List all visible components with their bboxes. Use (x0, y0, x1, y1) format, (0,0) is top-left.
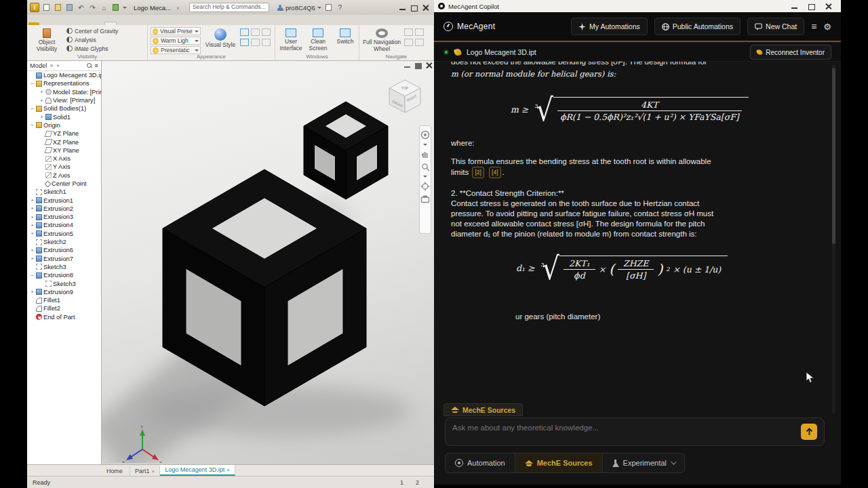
reconnect-inventor-button[interactable]: Reconnect Inventor (750, 45, 831, 60)
tree-expand-toggle[interactable]: + (30, 197, 35, 203)
minimize-button[interactable] (791, 3, 797, 9)
tree-item[interactable]: + Extrusion2 (27, 205, 101, 213)
tree-item[interactable]: + Extrusion3 (27, 213, 101, 221)
help-icon[interactable]: ? (336, 3, 344, 12)
maximize-button[interactable] (411, 5, 417, 11)
appearance-dropdown[interactable]: Visual Presets (151, 27, 201, 35)
tree-item[interactable]: Z Axis (27, 171, 101, 180)
material-button[interactable] (111, 3, 120, 12)
browser-tab-model[interactable]: Model (30, 62, 47, 69)
look-at-icon[interactable] (420, 195, 430, 203)
tree-expand-toggle[interactable]: + (30, 222, 35, 228)
tab-close-icon[interactable]: × (226, 467, 230, 473)
citation-badge[interactable]: [2] (472, 167, 484, 178)
chat-message-area[interactable]: does not exceed the allowable bending st… (434, 62, 841, 415)
tree-item[interactable]: − Extrusion8 (27, 271, 101, 279)
tree-item[interactable]: XZ Plane (27, 138, 101, 146)
tree-expand-toggle[interactable]: − (30, 106, 35, 112)
new-file-button[interactable] (42, 3, 51, 12)
tree-item[interactable]: Sketch3 (27, 279, 101, 287)
browser-menu-icon[interactable]: ≡ (95, 62, 98, 69)
tree-item[interactable]: − Solid Bodies(1) (27, 104, 101, 113)
tree-item[interactable]: Sketch2 (27, 238, 101, 246)
tree-item[interactable]: Fillet2 (27, 304, 101, 312)
view-cube[interactable]: TOP FRONT RIGHT (385, 76, 425, 117)
browser-add-icon[interactable]: + (56, 62, 60, 69)
tab-close-icon[interactable]: × (152, 468, 155, 474)
redo-button[interactable]: ↷ (88, 3, 97, 12)
browser-close-icon[interactable]: × (50, 62, 53, 69)
account-menu[interactable]: pro8C4Q6 (277, 4, 321, 12)
document-tab[interactable]: Home (102, 466, 130, 476)
tree-item[interactable]: Logo Mecagent 3D.ipt (27, 71, 101, 79)
save-button[interactable] (65, 3, 74, 12)
tree-expand-toggle[interactable]: + (30, 256, 35, 262)
orbit-icon[interactable] (420, 182, 430, 191)
tree-item[interactable]: Sketch3 (27, 263, 101, 271)
tree-item[interactable]: + Extrusion5 (27, 230, 101, 238)
citation-badge[interactable]: [4] (489, 167, 500, 178)
home-button[interactable]: ⌂ (100, 3, 108, 12)
visibility-option[interactable]: Analysis (66, 36, 118, 43)
scrollbar-thumb[interactable] (832, 68, 835, 244)
chevron-down-icon[interactable] (423, 144, 427, 146)
doc-restore-button[interactable] (415, 62, 421, 68)
navigate-tools[interactable] (404, 27, 425, 52)
help-search-input[interactable]: Search Help & Commands... (189, 3, 269, 12)
close-button[interactable] (422, 5, 429, 11)
tree-expand-toggle[interactable]: + (30, 214, 35, 220)
store-cart-icon[interactable] (324, 3, 333, 12)
tree-expand-toggle[interactable]: + (39, 98, 44, 104)
search-icon[interactable] (87, 63, 92, 68)
pan-hand-icon[interactable] (421, 150, 430, 159)
chevron-down-icon[interactable] (123, 7, 127, 9)
meche-sources-toggle[interactable]: MechE Sources (515, 453, 603, 472)
object-visibility-button[interactable]: Object Visibility (30, 27, 64, 52)
document-tab[interactable]: Part1 × (130, 466, 160, 476)
tree-item[interactable]: Sketch1 (27, 188, 101, 196)
tree-item[interactable]: YZ Plane (27, 129, 101, 138)
tree-item[interactable]: + Extrusion7 (27, 255, 101, 263)
experimental-toggle[interactable]: Experimental (603, 453, 684, 472)
tree-item[interactable]: + Extrusion4 (27, 221, 101, 229)
undo-button[interactable]: ↶ (77, 3, 85, 12)
open-file-button[interactable] (54, 3, 62, 12)
send-button[interactable] (801, 424, 817, 440)
tree-expand-toggle[interactable]: + (39, 114, 44, 120)
inventor-app-icon[interactable]: I (30, 3, 39, 12)
tree-item[interactable]: + Extrusion6 (27, 246, 101, 254)
tree-item[interactable]: + Extrusion1 (27, 196, 101, 204)
tree-item[interactable]: End of Part (27, 313, 101, 321)
navigation-bar[interactable] (419, 125, 431, 234)
tree-expand-toggle[interactable]: − (30, 272, 35, 279)
tree-item[interactable]: Fillet1 (27, 296, 101, 304)
public-automations-button[interactable]: Public Automations (654, 18, 741, 35)
window-button[interactable]: Clean Screen (305, 27, 331, 52)
chat-input-box[interactable] (445, 418, 825, 446)
appearance-toggles[interactable] (240, 27, 271, 52)
tree-item[interactable]: + Extrusion9 (27, 288, 101, 296)
tree-item[interactable]: + Solid1 (27, 113, 101, 121)
document-tab[interactable]: Logo Mecagent 3D.ipt × (160, 465, 235, 476)
steering-wheel-icon[interactable] (420, 130, 430, 140)
tree-item[interactable]: − Representations (27, 79, 101, 87)
chat-input[interactable] (452, 424, 801, 432)
window-button[interactable]: User Interface (278, 27, 304, 52)
visual-style-button[interactable]: Visual Style (203, 27, 237, 52)
tree-item[interactable]: + View: [Primary] (27, 96, 101, 104)
tree-item[interactable]: Center Point (27, 180, 101, 188)
new-chat-button[interactable]: New Chat (747, 18, 804, 35)
tree-item[interactable]: − Origin (27, 121, 101, 129)
tree-expand-toggle[interactable]: − (30, 81, 35, 87)
chevron-down-icon[interactable] (423, 176, 427, 178)
doc-minimize-button[interactable] (404, 62, 410, 68)
model-3d-view[interactable]: Y Z X (102, 61, 434, 463)
visibility-option[interactable]: iMate Glyphs (66, 45, 118, 52)
navigation-wheel-button[interactable]: Full Navigation Wheel (362, 27, 401, 52)
appearance-dropdown[interactable]: Warm Ligh (151, 37, 201, 45)
doc-close-button[interactable] (426, 62, 432, 68)
tree-expand-toggle[interactable]: + (39, 89, 44, 95)
maximize-button[interactable] (808, 3, 814, 9)
settings-gear-icon[interactable]: ⚙ (823, 22, 831, 32)
tree-expand-toggle[interactable]: + (30, 247, 35, 253)
